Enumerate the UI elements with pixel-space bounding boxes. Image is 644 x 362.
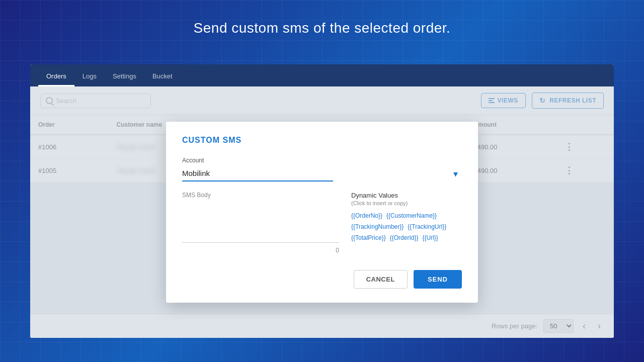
chip-customer-name[interactable]: {{CustomerName}}	[386, 212, 437, 219]
chip-tracking-url[interactable]: {{TrackingUrl}}	[408, 223, 446, 230]
account-select-wrapper: Mobilink Other ▾	[182, 166, 462, 182]
modal-footer: CANCEL SEND	[182, 270, 462, 289]
tab-bucket[interactable]: Bucket	[144, 67, 181, 86]
sms-layout: SMS Body 0 Dynamic Values (Click to inse…	[182, 192, 462, 254]
sms-body-input[interactable]	[182, 203, 339, 243]
dynamic-values-panel: Dynamic Values (Click to insert or copy)…	[351, 192, 462, 241]
modal-title: CUSTOM SMS	[182, 136, 462, 145]
sms-body-label: SMS Body	[182, 192, 339, 199]
tab-orders[interactable]: Orders	[38, 67, 74, 86]
char-count: 0	[182, 247, 339, 254]
content-area: Search VIEWS ↻ REFRESH LIST Order Custom…	[30, 86, 614, 338]
tab-settings[interactable]: Settings	[105, 67, 144, 86]
chip-order-id[interactable]: {{OrderId}}	[390, 234, 419, 241]
tab-bar: Orders Logs Settings Bucket	[30, 64, 614, 86]
send-button[interactable]: SEND	[414, 270, 462, 289]
chip-total-price[interactable]: {{TotalPrice}}	[351, 234, 386, 241]
app-container: Orders Logs Settings Bucket Search VIEWS…	[30, 64, 614, 338]
account-form-group: Account Mobilink Other ▾	[182, 157, 462, 182]
dynamic-values-subtitle: (Click to insert or copy)	[351, 200, 462, 206]
chip-order-no[interactable]: {{OrderNo}}	[351, 212, 382, 219]
chevron-down-icon: ▾	[453, 168, 458, 179]
chip-url[interactable]: {{Url}}	[422, 234, 438, 241]
page-title: Send custom sms of the selected order.	[0, 20, 644, 36]
dynamic-values-chips: {{OrderNo}} {{CustomerName}} {{TrackingN…	[351, 212, 462, 241]
modal-backdrop: CUSTOM SMS Account Mobilink Other ▾	[30, 86, 614, 338]
chip-tracking-number[interactable]: {{TrackingNumber}}	[351, 223, 404, 230]
dynamic-values-title: Dynamic Values	[351, 192, 462, 199]
cancel-button[interactable]: CANCEL	[354, 270, 408, 289]
account-label: Account	[182, 157, 462, 164]
custom-sms-modal: CUSTOM SMS Account Mobilink Other ▾	[166, 122, 478, 303]
sms-body-area: SMS Body 0	[182, 192, 339, 254]
account-select[interactable]: Mobilink Other	[182, 166, 333, 182]
tab-logs[interactable]: Logs	[74, 67, 105, 86]
